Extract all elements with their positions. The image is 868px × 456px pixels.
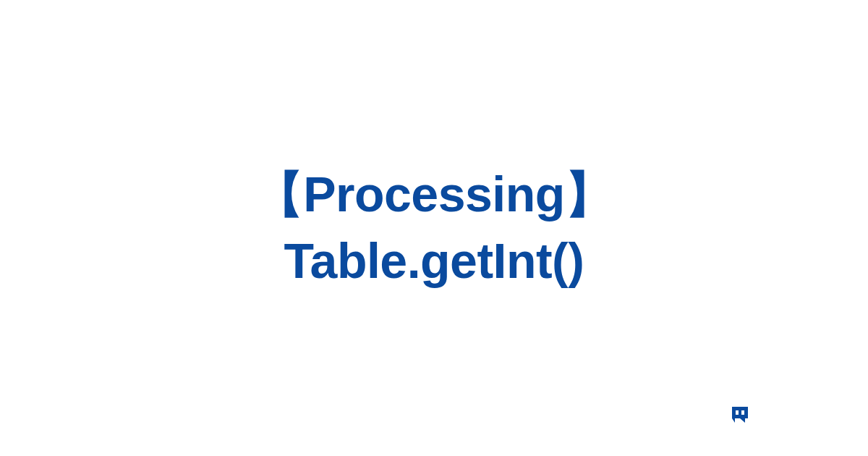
- svg-rect-1: [741, 410, 744, 415]
- brand-logo-icon: [732, 407, 748, 426]
- title-line-2: Table.getInt(): [255, 228, 614, 295]
- title-line-1: 【Processing】: [255, 161, 614, 228]
- svg-rect-0: [736, 410, 739, 415]
- title-block: 【Processing】 Table.getInt(): [255, 161, 614, 295]
